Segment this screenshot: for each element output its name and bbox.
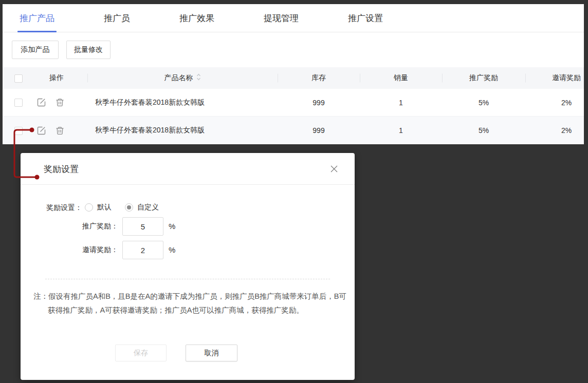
tab-promo-products[interactable]: 推广产品 <box>20 4 54 32</box>
promo-reward-percent: % <box>169 222 175 231</box>
sort-caret-icon[interactable] <box>196 73 201 82</box>
row-checkbox[interactable] <box>14 99 23 107</box>
note-line-2: 获得推广奖励，A可获得邀请奖励；推广员A也可以推广商城，获得推广奖励。 <box>33 303 346 317</box>
table-row: 秋季牛仔外套春装2018新款女韩版 999 1 5% 2% <box>3 89 584 117</box>
tab-promo-effect[interactable]: 推广效果 <box>179 4 214 32</box>
product-invite-reward: 2% <box>525 99 584 107</box>
invite-reward-label: 邀请奖励： <box>75 245 118 255</box>
note-text: 注：假设有推广员A和B，且B是在A的邀请下成为推广员，则推广员B推广商城带来订单… <box>33 290 346 317</box>
modal-header: 奖励设置 <box>21 153 355 185</box>
product-stock: 999 <box>278 126 360 135</box>
reward-mode-radio-group: 默认 自定义 <box>85 199 172 216</box>
reward-setting-label: 奖励设置： <box>46 203 82 213</box>
toolbar: 添加产品 批量修改 <box>3 32 584 67</box>
header-action: 操作 <box>26 73 87 83</box>
radio-default[interactable]: 默认 <box>85 203 112 212</box>
edit-icon[interactable] <box>37 98 46 107</box>
radio-custom-label: 自定义 <box>137 203 159 212</box>
product-invite-reward: 2% <box>525 126 584 135</box>
radio-custom-circle[interactable] <box>125 203 133 212</box>
header-checkbox-cell <box>3 73 26 82</box>
product-sales: 1 <box>360 126 442 135</box>
save-button[interactable]: 保存 <box>115 344 167 361</box>
radio-custom[interactable]: 自定义 <box>125 203 159 212</box>
row-action-cell <box>26 126 87 135</box>
tab-withdraw-management[interactable]: 提现管理 <box>264 4 299 32</box>
select-all-checkbox[interactable] <box>14 74 23 83</box>
product-name: 秋季牛仔外套春装2018新款女韩版 <box>87 126 278 135</box>
promo-reward-input[interactable] <box>122 217 163 236</box>
add-product-button[interactable]: 添加产品 <box>12 41 59 59</box>
table-row: 秋季牛仔外套春装2018新款女韩版 999 1 5% 2% <box>3 117 584 144</box>
promo-reward-label: 推广奖励： <box>75 222 118 231</box>
tab-promoters[interactable]: 推广员 <box>104 4 130 32</box>
header-product-name[interactable]: 产品名称 <box>87 73 278 83</box>
delete-icon[interactable] <box>56 98 64 107</box>
dashed-divider <box>45 279 330 279</box>
header-invite-reward: 邀请奖励 <box>525 73 584 83</box>
row-action-cell <box>26 98 87 107</box>
tab-promo-settings[interactable]: 推广设置 <box>348 4 383 32</box>
product-sales: 1 <box>360 99 442 107</box>
product-name: 秋季牛仔外套春装2018新款女韩版 <box>87 98 278 107</box>
note-line-1: 注：假设有推广员A和B，且B是在A的邀请下成为推广员，则推广员B推广商城带来订单… <box>33 290 346 303</box>
invite-reward-percent: % <box>169 245 175 254</box>
edit-icon[interactable] <box>37 126 46 135</box>
tab-bar: 推广产品 推广员 推广效果 提现管理 推广设置 <box>3 4 584 32</box>
invite-reward-input[interactable] <box>122 241 163 259</box>
header-stock: 库存 <box>278 73 360 83</box>
radio-default-label: 默认 <box>97 203 112 212</box>
delete-icon[interactable] <box>56 126 64 135</box>
cancel-button[interactable]: 取消 <box>186 344 237 361</box>
radio-default-circle[interactable] <box>85 203 93 212</box>
row-checkbox-cell <box>3 126 26 135</box>
header-sales: 销量 <box>360 73 442 83</box>
product-stock: 999 <box>278 99 360 107</box>
header-product-name-label: 产品名称 <box>164 73 193 82</box>
product-reward: 5% <box>442 99 525 107</box>
header-reward: 推广奖励 <box>442 73 525 83</box>
main-content-panel: 推广产品 推广员 推广效果 提现管理 推广设置 添加产品 批量修改 操作 产品名… <box>3 4 584 144</box>
table-header: 操作 产品名称 库存 销量 推广奖励 邀请奖励 <box>3 67 584 89</box>
product-reward: 5% <box>442 126 525 135</box>
row-checkbox[interactable] <box>14 127 23 135</box>
batch-edit-button[interactable]: 批量修改 <box>66 41 111 59</box>
close-icon[interactable] <box>330 165 338 173</box>
reward-settings-modal: 奖励设置 奖励设置： 默认 自定义 推广奖励： % 邀请奖励： % 注：假设有推… <box>21 153 355 380</box>
row-checkbox-cell <box>3 98 26 107</box>
modal-title: 奖励设置 <box>44 153 79 185</box>
